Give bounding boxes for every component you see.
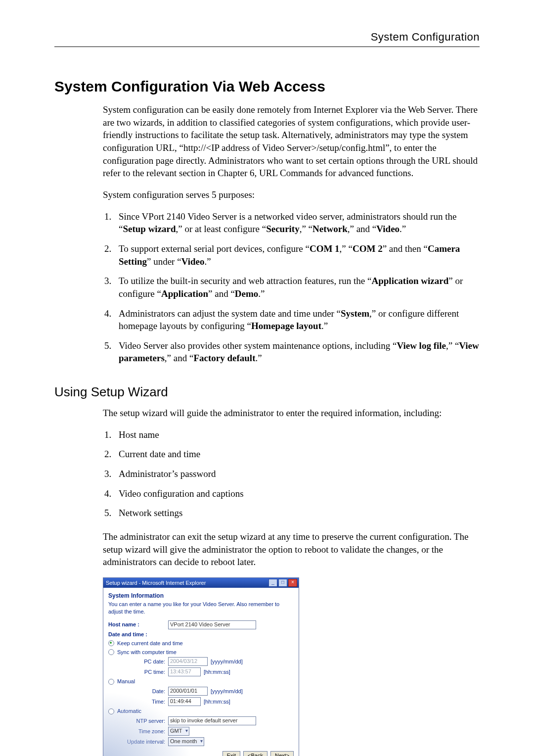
manual-date-hint: [yyyy/mm/dd] — [211, 688, 243, 695]
back-button[interactable]: <Back — [243, 751, 267, 756]
manual-time-input[interactable]: 01:49:44 — [168, 697, 201, 706]
radio-keep-label: Keep current date and time — [117, 640, 183, 647]
list-item: Administrator’s password — [114, 468, 480, 480]
pc-date-hint: [yyyy/mm/dd] — [211, 658, 243, 665]
radio-auto-label: Automatic — [117, 708, 141, 715]
pc-date-label: PC date: — [108, 658, 165, 665]
maximize-button[interactable]: □ — [278, 579, 287, 587]
pc-time-hint: [hh:mm:ss] — [204, 668, 230, 676]
ntp-input[interactable]: skip to invoke default server — [168, 716, 256, 725]
hostname-input[interactable]: VPort 2140 Video Server — [168, 620, 256, 629]
radio-auto[interactable] — [108, 709, 114, 714]
purposes-lead: System configuration serves 5 purposes: — [103, 189, 480, 201]
radio-manual[interactable] — [108, 679, 114, 685]
radio-sync[interactable] — [108, 649, 114, 655]
intro-paragraph: System configuration can be easily done … — [103, 103, 480, 180]
ntp-label: NTP server: — [108, 717, 165, 725]
purposes-list: Since VPort 2140 Video Server is a netwo… — [103, 210, 480, 365]
pc-date-input[interactable]: 2004/03/12 — [168, 657, 208, 666]
pc-time-input[interactable]: 13:43:57 — [168, 667, 201, 676]
update-interval-label: Update interval: — [108, 738, 165, 746]
timezone-select[interactable]: GMT — [168, 727, 189, 736]
list-item: Since VPort 2140 Video Server is a netwo… — [114, 210, 480, 236]
close-button[interactable]: × — [288, 579, 297, 587]
manual-time-hint: [hh:mm:ss] — [204, 698, 230, 706]
tz-label: Time zone: — [108, 728, 165, 735]
page-header: System Configuration — [54, 30, 480, 47]
titlebar[interactable]: Setup wizard - Microsoft Internet Explor… — [103, 578, 299, 588]
list-item: To support external serial port devices,… — [114, 242, 480, 268]
list-item: Host name — [114, 428, 480, 441]
list-item: Network settings — [114, 507, 480, 520]
pc-time-label: PC time: — [108, 668, 165, 676]
wizard-list: Host name Current date and time Administ… — [103, 428, 480, 520]
subsection-title: Using Setup Wizard — [54, 383, 480, 401]
manual-date-label: Date: — [108, 688, 165, 695]
section-title: System Configuration Via Web Access — [54, 77, 480, 97]
setup-wizard-dialog: Setup wizard - Microsoft Internet Explor… — [103, 577, 299, 756]
exit-button[interactable]: Exit — [222, 751, 240, 756]
header-title: System Configuration — [371, 31, 480, 43]
manual-time-label: Time: — [108, 698, 165, 706]
list-item: To utilize the built-in security and web… — [114, 275, 480, 300]
next-button[interactable]: Next> — [270, 751, 294, 756]
wizard-paragraph: The administrator can exit the setup wiz… — [103, 530, 480, 568]
hostname-label: Host name : — [108, 621, 165, 628]
radio-manual-label: Manual — [117, 678, 135, 685]
list-item: Video configuration and captions — [114, 487, 480, 500]
dialog-heading: System Information — [108, 592, 294, 600]
window-title: Setup wizard - Microsoft Internet Explor… — [106, 579, 206, 587]
list-item: Administrators can adjust the system dat… — [114, 307, 480, 332]
minimize-button[interactable]: _ — [268, 579, 277, 587]
update-interval-select[interactable]: One month — [168, 737, 204, 746]
datetime-label: Date and time : — [108, 631, 165, 638]
dialog-subtext: You can enter a name you like for your V… — [108, 601, 294, 615]
wizard-lead: The setup wizard will guide the administ… — [103, 407, 480, 420]
list-item: Video Server also provides other system … — [114, 339, 480, 365]
manual-date-input[interactable]: 2000/01/01 — [168, 687, 208, 696]
radio-sync-label: Sync with computer time — [117, 649, 177, 656]
radio-keep[interactable] — [108, 640, 114, 646]
list-item: Current date and time — [114, 448, 480, 461]
